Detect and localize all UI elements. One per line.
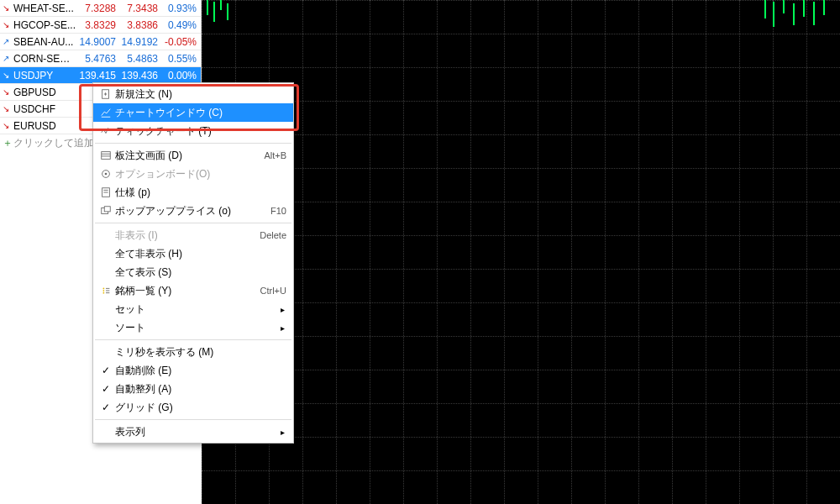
change-percent: 0.00% bbox=[160, 67, 200, 84]
chart-gridline-h bbox=[202, 0, 840, 1]
menu-item-hotkey: F10 bbox=[265, 206, 286, 216]
chart-gridline-h bbox=[202, 235, 840, 236]
chart-gridline-h bbox=[202, 437, 840, 438]
chart-candle bbox=[813, 2, 815, 25]
menu-item[interactable]: セット▸ bbox=[93, 300, 293, 318]
menu-item-hotkey: Ctrl+U bbox=[255, 286, 286, 296]
ask-price: 5.4863 bbox=[118, 50, 160, 67]
ask-price: 3.8386 bbox=[118, 17, 160, 34]
menu-item-label: ポップアッププライス (o) bbox=[115, 204, 265, 218]
chart-candle bbox=[803, 0, 805, 17]
menu-item[interactable]: チャートウインドウ (C) bbox=[93, 103, 293, 122]
context-menu: 新規注文 (N)チャートウインドウ (C)ティックチャート (T)板注文画面 (… bbox=[92, 82, 294, 444]
chart-gridline-h bbox=[202, 202, 840, 202]
popup-icon bbox=[97, 205, 115, 217]
svg-rect-13 bbox=[104, 207, 110, 212]
menu-item-label: セット bbox=[115, 302, 278, 317]
chart-gridline-h bbox=[202, 134, 840, 135]
chart-gridline-v bbox=[437, 0, 438, 504]
chart-candle bbox=[207, 0, 208, 15]
menu-item[interactable]: 仕様 (p) bbox=[93, 183, 293, 202]
trend-down-icon: ↘ bbox=[0, 17, 12, 34]
svg-point-16 bbox=[103, 292, 105, 294]
option-icon bbox=[97, 168, 115, 180]
symbol-name: GBPUSD bbox=[12, 84, 76, 101]
bid-price: 7.3288 bbox=[76, 0, 118, 17]
menu-item[interactable]: 板注文画面 (D)Alt+B bbox=[93, 146, 293, 165]
list-icon bbox=[97, 285, 115, 297]
chart-gridline-h bbox=[202, 302, 840, 303]
menu-item[interactable]: 表示列▸ bbox=[93, 423, 293, 441]
chart-gridline-v bbox=[370, 0, 370, 504]
change-percent: 0.49% bbox=[160, 17, 200, 34]
menu-item-label: 全て表示 (S) bbox=[115, 265, 286, 280]
check-icon: ✓ bbox=[97, 402, 115, 413]
bid-price: 5.4763 bbox=[76, 50, 118, 67]
menu-item-label: 表示列 bbox=[115, 425, 278, 439]
chart-gridline-h bbox=[202, 67, 840, 68]
menu-item-label: ティックチャート (T) bbox=[115, 124, 286, 139]
chart-gridline-v bbox=[773, 0, 774, 504]
menu-item-label: ソート bbox=[115, 321, 278, 335]
chart-gridline-h bbox=[202, 101, 840, 102]
menu-item[interactable]: ✓自動整列 (A) bbox=[93, 380, 293, 398]
trend-down-icon: ↘ bbox=[0, 67, 12, 84]
chart-gridline-v bbox=[739, 0, 740, 504]
menu-item-hotkey: Alt+B bbox=[259, 150, 286, 160]
menu-separator bbox=[95, 339, 291, 340]
menu-separator bbox=[95, 143, 291, 144]
ask-price: 14.9192 bbox=[118, 34, 160, 50]
svg-point-14 bbox=[103, 288, 105, 290]
plus-icon: ＋ bbox=[2, 136, 13, 150]
bid-price: 3.8329 bbox=[76, 17, 118, 34]
chart-gridline-h bbox=[202, 470, 840, 471]
dom-icon bbox=[97, 150, 115, 161]
menu-separator bbox=[95, 419, 291, 420]
menu-item[interactable]: 銘柄一覧 (Y)Ctrl+U bbox=[93, 281, 293, 300]
menu-item[interactable]: ティックチャート (T) bbox=[93, 122, 293, 140]
change-percent: 0.93% bbox=[160, 0, 200, 17]
chart-candle bbox=[783, 0, 785, 13]
menu-item-label: 自動削除 (E) bbox=[115, 364, 286, 378]
menu-item[interactable]: ✓グリッド (G) bbox=[93, 398, 293, 417]
menu-item[interactable]: 全て表示 (S) bbox=[93, 263, 293, 281]
menu-item[interactable]: ✓自動削除 (E) bbox=[93, 361, 293, 380]
chart-gridline-v bbox=[672, 0, 673, 504]
chart-gridline-h bbox=[202, 168, 840, 169]
trend-down-icon: ↘ bbox=[0, 0, 12, 17]
market-watch-row[interactable]: ↗CORN-SEP235.47635.48630.55% bbox=[0, 50, 201, 67]
chart-gridline-v bbox=[638, 0, 639, 504]
chart-candle bbox=[764, 0, 766, 18]
menu-item-label: 自動整列 (A) bbox=[115, 382, 286, 396]
trend-up-icon: ↗ bbox=[0, 34, 12, 50]
menu-item-label: グリッド (G) bbox=[115, 401, 286, 415]
market-watch-row[interactable]: ↘HGCOP-SE...3.83293.83860.49% bbox=[0, 17, 201, 34]
chart-gridline-v bbox=[806, 0, 807, 504]
symbol-name: HGCOP-SE... bbox=[12, 17, 76, 34]
doc-plus-icon bbox=[97, 88, 115, 100]
chart-gridline-v bbox=[504, 0, 505, 504]
change-percent: 0.55% bbox=[160, 50, 200, 67]
market-watch-row[interactable]: ↘WHEAT-SE...7.32887.34380.93% bbox=[0, 0, 201, 17]
symbol-name: USDJPY bbox=[12, 67, 76, 84]
svg-point-8 bbox=[105, 173, 108, 176]
trend-down-icon: ↘ bbox=[0, 118, 12, 134]
trend-up-icon: ↗ bbox=[0, 50, 12, 67]
menu-item: 非表示 (I)Delete bbox=[93, 226, 293, 244]
menu-item[interactable]: ソート▸ bbox=[93, 318, 293, 337]
market-watch-row[interactable]: ↘USDJPY139.415139.4360.00% bbox=[0, 67, 201, 84]
chart-area[interactable]: // placeholder — grid drawn below via JS… bbox=[202, 0, 840, 504]
menu-item[interactable]: 新規注文 (N) bbox=[93, 85, 293, 103]
menu-item[interactable]: ポップアッププライス (o)F10 bbox=[93, 202, 293, 220]
svg-rect-4 bbox=[102, 152, 111, 160]
menu-item[interactable]: 全て非表示 (H) bbox=[93, 244, 293, 263]
menu-item-label: 新規注文 (N) bbox=[115, 87, 286, 102]
menu-item-label: 仕様 (p) bbox=[115, 186, 286, 200]
market-watch-row[interactable]: ↗SBEAN-AU...14.900714.9192-0.05% bbox=[0, 34, 201, 50]
chart-gridline-v bbox=[605, 0, 606, 504]
menu-item[interactable]: ミリ秒を表示する (M) bbox=[93, 343, 293, 361]
menu-item-label: オプションボード(O) bbox=[115, 167, 286, 181]
chart-gridline-h bbox=[202, 403, 840, 404]
menu-item-label: 板注文画面 (D) bbox=[115, 149, 259, 163]
submenu-arrow-icon: ▸ bbox=[278, 428, 286, 437]
